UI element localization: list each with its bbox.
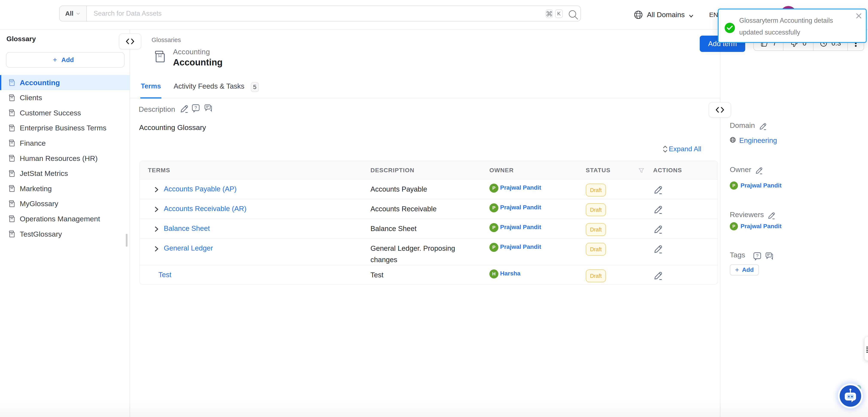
svg-text:?: ? [194,105,197,110]
svg-text:?: ? [756,253,758,258]
